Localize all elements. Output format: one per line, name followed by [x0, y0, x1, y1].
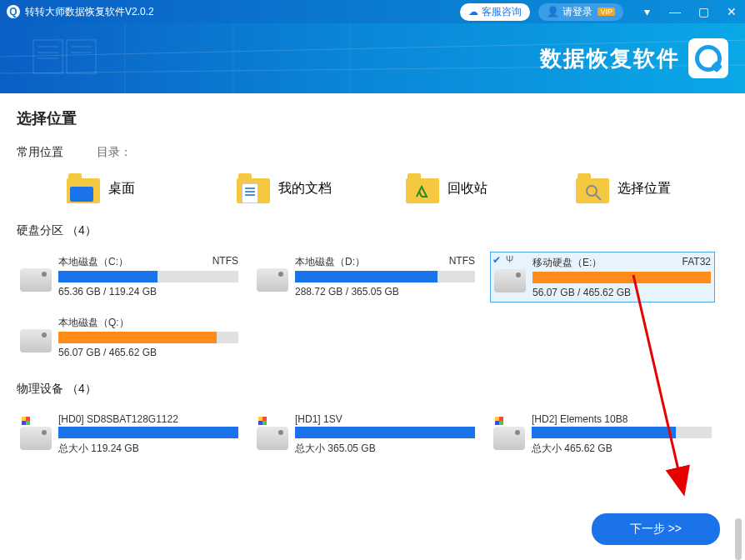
close-button[interactable]: ✕ [725, 5, 738, 18]
physical-size: 总大小 465.62 GB [532, 442, 712, 456]
partition-e[interactable]: ✔ Ψ 移动硬盘（E:） FAT32 56.07 GB / 465.62 GB [490, 252, 715, 302]
login-label: 请登录 [562, 5, 592, 19]
next-button[interactable]: 下一步 >> [592, 513, 720, 545]
partition-c[interactable]: 本地磁盘（C:） NTFS 65.36 GB / 119.24 GB [17, 252, 242, 302]
common-item-desktop[interactable]: 桌面 [67, 173, 220, 203]
disk-icon [494, 269, 526, 292]
partition-usage-bar [58, 271, 238, 282]
app-logo-icon: Q [7, 5, 20, 18]
partition-fs: NTFS [449, 255, 475, 269]
physical-disk-icon [20, 427, 52, 450]
footer: 下一步 >> [592, 513, 720, 545]
svg-rect-6 [67, 40, 96, 73]
titlebar: Q 转转大师数据恢复软件V2.0.2 ☁ 客服咨询 👤 请登录 VIP ▾ — … [0, 0, 745, 23]
physical-devices-list: [HD0] SD8SBAT128G1122 总大小 119.24 GB [HD1… [17, 410, 728, 459]
partition-name: 移动硬盘（E:） [532, 256, 602, 270]
minimize-button[interactable]: — [668, 5, 682, 18]
customer-service-label: 客服咨询 [482, 5, 522, 19]
partitions-title: 硬盘分区 （4） [17, 223, 728, 238]
physical-usage-bar [532, 427, 712, 438]
partition-name: 本地磁盘（C:） [58, 255, 128, 269]
desktop-folder-icon [67, 173, 100, 203]
hero-banner: 数据恢复软件 [0, 23, 745, 93]
common-item-label: 我的文档 [278, 180, 332, 198]
physical-name: [HD2] Elements 10B8 [532, 413, 628, 425]
physical-name: [HD1] 1SV [295, 413, 342, 425]
svg-point-12 [587, 186, 597, 196]
customer-service-button[interactable]: ☁ 客服咨询 [460, 3, 530, 21]
common-item-label: 选择位置 [618, 180, 671, 198]
partition-name: 本地磁盘（Q:） [58, 316, 129, 330]
check-icon: ✔ [492, 254, 502, 264]
partition-usage-bar [532, 272, 711, 283]
physical-disk-icon [257, 427, 288, 450]
menu-button[interactable]: ▾ [640, 5, 653, 18]
partition-usage-bar [58, 332, 238, 343]
partition-fs: FAT32 [682, 256, 711, 270]
user-icon: 👤 [547, 6, 559, 18]
common-item-label: 桌面 [108, 180, 135, 198]
physical-size: 总大小 365.05 GB [295, 442, 475, 456]
partition-size: 56.07 GB / 465.62 GB [58, 347, 238, 358]
physical-devices-title: 物理设备 （4） [17, 382, 728, 397]
partition-usage-bar [295, 271, 475, 282]
common-item-browse[interactable]: 选择位置 [576, 173, 729, 203]
documents-folder-icon [237, 173, 270, 203]
common-locations-label: 常用位置 [17, 145, 63, 160]
hero-bg-lines [0, 23, 745, 93]
recycle-folder-icon [406, 173, 439, 203]
svg-line-1 [0, 65, 745, 73]
partition-q[interactable]: 本地磁盘（Q:） 56.07 GB / 465.62 GB [17, 312, 242, 362]
partition-size: 65.36 GB / 119.24 GB [58, 286, 238, 298]
physical-hd0[interactable]: [HD0] SD8SBAT128G1122 总大小 119.24 GB [17, 410, 242, 459]
common-item-documents[interactable]: 我的文档 [237, 173, 390, 203]
physical-hd1[interactable]: [HD1] 1SV 总大小 365.05 GB [253, 410, 478, 459]
login-button[interactable]: 👤 请登录 VIP [538, 3, 623, 21]
partition-d[interactable]: 本地磁盘（D:） NTFS 288.72 GB / 365.05 GB [253, 252, 478, 302]
common-item-label: 回收站 [448, 180, 488, 198]
maximize-button[interactable]: ▢ [697, 5, 710, 18]
usb-icon: Ψ [506, 254, 513, 264]
physical-name: [HD0] SD8SBAT128G1122 [58, 413, 178, 425]
svg-line-0 [0, 40, 745, 57]
common-locations-list: 桌面 我的文档 回收站 [67, 173, 728, 203]
browse-folder-icon [576, 173, 609, 203]
partitions-list: 本地磁盘（C:） NTFS 65.36 GB / 119.24 GB 本地磁盘（… [17, 252, 728, 362]
hero-deco-icon [25, 32, 108, 82]
svg-line-13 [596, 195, 601, 200]
disk-icon [20, 329, 52, 352]
partition-name: 本地磁盘（D:） [295, 255, 365, 269]
common-item-recycle[interactable]: 回收站 [406, 173, 559, 203]
directory-label: 目录： [97, 145, 132, 160]
partition-fs: NTFS [212, 255, 238, 269]
physical-usage-bar [295, 427, 475, 438]
svg-rect-5 [33, 40, 62, 73]
partition-size: 288.72 GB / 365.05 GB [295, 286, 475, 298]
select-location-title: 选择位置 [17, 108, 728, 128]
main-content: 选择位置 常用位置 目录： 桌面 我的文档 [0, 93, 745, 459]
physical-hd2[interactable]: [HD2] Elements 10B8 总大小 465.62 GB [490, 410, 715, 459]
disk-icon [257, 268, 288, 292]
physical-usage-bar [58, 427, 238, 438]
physical-size: 总大小 119.24 GB [58, 442, 238, 456]
physical-disk-icon [493, 427, 525, 450]
vip-badge: VIP [598, 8, 615, 16]
common-locations-row: 常用位置 目录： [17, 145, 728, 160]
partition-size: 56.07 GB / 465.62 GB [532, 287, 711, 298]
app-title: 转转大师数据恢复软件V2.0.2 [25, 5, 154, 19]
scrollbar[interactable] [735, 518, 742, 560]
disk-icon [20, 268, 52, 292]
headset-icon: ☁ [468, 6, 478, 18]
